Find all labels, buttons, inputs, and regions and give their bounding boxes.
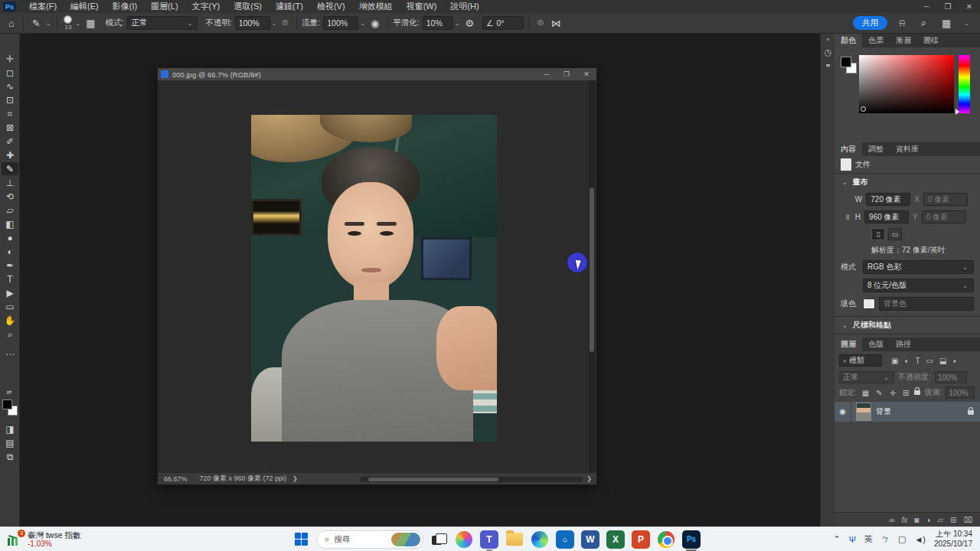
history-brush-tool[interactable]: ⟲ bbox=[2, 190, 18, 203]
chevron-down-icon[interactable]: ⌄ bbox=[74, 20, 82, 27]
brush-angle-input[interactable]: ∠ 0° bbox=[482, 16, 524, 30]
spot-healing-tool[interactable]: ✚ bbox=[2, 148, 18, 161]
foreground-color-swatch[interactable] bbox=[2, 399, 12, 409]
toggle-brush-panel-icon[interactable]: ▦ bbox=[82, 18, 99, 29]
menu-edit[interactable]: 編輯(E) bbox=[64, 0, 106, 13]
zoom-tool[interactable]: ⌕ bbox=[2, 328, 18, 341]
new-adjustment-layer-icon[interactable]: ◑ bbox=[926, 516, 930, 524]
orientation-portrait-button[interactable]: ▯ bbox=[871, 228, 885, 240]
taskbar-widget[interactable]: 3 臺灣 twse 指數 -1.03% bbox=[0, 530, 145, 549]
lock-position-icon[interactable]: ✛ bbox=[888, 389, 897, 397]
file-explorer-button[interactable] bbox=[505, 530, 524, 549]
chevron-down-icon[interactable]: ⌄ bbox=[358, 20, 367, 27]
opacity-input[interactable]: 100% bbox=[235, 16, 270, 30]
frame-tool[interactable]: ⊠ bbox=[2, 121, 18, 134]
lock-paint-icon[interactable]: ✎ bbox=[874, 389, 884, 397]
comments-icon[interactable]: ❞ bbox=[821, 60, 835, 75]
blend-mode-select[interactable]: 正常 ⌄ bbox=[127, 16, 198, 30]
layer-opacity-input[interactable]: 100% bbox=[935, 371, 967, 383]
taskbar-search[interactable]: ⌕ 搜尋 bbox=[316, 530, 423, 549]
type-tool[interactable]: T bbox=[2, 272, 18, 285]
bit-depth-select[interactable]: 8 位元/色版 ⌄ bbox=[863, 279, 974, 292]
chevron-down-icon[interactable]: ⌄ bbox=[44, 20, 53, 27]
tab-swatches[interactable]: 色票 bbox=[862, 34, 890, 47]
filter-adjustment-layers-icon[interactable]: ◐ bbox=[903, 357, 910, 365]
chrome-button[interactable] bbox=[656, 530, 676, 549]
tab-color[interactable]: 顏色 bbox=[835, 34, 862, 47]
pressure-size-icon[interactable]: ⌾ bbox=[534, 17, 547, 29]
document-canvas-area[interactable] bbox=[158, 80, 596, 473]
swap-colors-icon[interactable]: ⇄ bbox=[2, 389, 17, 398]
copilot-button[interactable] bbox=[454, 530, 474, 549]
tab-properties[interactable]: 內容 bbox=[835, 142, 862, 156]
layer-fill-input[interactable]: 100% bbox=[946, 386, 975, 399]
task-view-button[interactable] bbox=[429, 530, 449, 549]
doc-minimize-button[interactable]: ─ bbox=[537, 68, 557, 80]
doc-close-button[interactable]: ✕ bbox=[577, 68, 596, 80]
chevron-down-icon[interactable]: ⌄ bbox=[962, 20, 971, 27]
filter-pixel-layers-icon[interactable]: ▣ bbox=[890, 357, 900, 365]
menu-view[interactable]: 檢視(V) bbox=[310, 0, 352, 13]
preview-on-device-icon[interactable]: ⧉ bbox=[2, 450, 18, 463]
app-close-button[interactable]: ✕ bbox=[959, 0, 980, 13]
zoom-level[interactable]: 66.67% bbox=[158, 475, 188, 483]
brush-tool-preset-icon[interactable]: ✎ bbox=[28, 18, 44, 29]
workspace-switcher-icon[interactable]: ▦ bbox=[938, 18, 955, 29]
hidden-icons-chevron[interactable]: ⌃ bbox=[833, 534, 840, 544]
crop-tool[interactable]: ⌗ bbox=[2, 107, 18, 120]
layer-thumbnail[interactable] bbox=[856, 403, 871, 421]
layer-filter-kind-select[interactable]: ⌕ 種類 bbox=[839, 354, 882, 367]
gear-icon[interactable]: ⚙ bbox=[461, 18, 478, 29]
speaker-icon[interactable]: ◄) bbox=[914, 535, 926, 544]
hue-slider-handle[interactable] bbox=[956, 109, 959, 115]
chevron-down-icon[interactable]: ⌄ bbox=[453, 20, 462, 27]
pressure-opacity-icon[interactable]: ⌾ bbox=[279, 17, 292, 29]
menu-filter[interactable]: 濾鏡(T) bbox=[269, 0, 310, 13]
horizontal-scrollbar[interactable] bbox=[361, 477, 583, 482]
filter-toggle-icon[interactable]: ● bbox=[952, 358, 958, 364]
chevron-right-icon[interactable]: ❯ bbox=[585, 475, 593, 482]
fill-color-swatch[interactable] bbox=[863, 298, 875, 309]
smoothing-input[interactable]: 10% bbox=[423, 16, 453, 30]
layer-blend-mode-select[interactable]: 正常 ⌄ bbox=[839, 371, 894, 383]
tab-adjustments[interactable]: 調整 bbox=[862, 142, 890, 156]
layer-visibility-eye-icon[interactable]: ◉ bbox=[835, 402, 851, 422]
delete-layer-icon[interactable]: ⌧ bbox=[963, 516, 972, 524]
edit-toolbar-icon[interactable]: ⋯ bbox=[2, 347, 18, 360]
layer-effects-icon[interactable]: fx bbox=[902, 516, 908, 524]
canvas-pasteboard[interactable]: 000.jpg @ 66.7% (RGB/8#) ─ ❐ ✕ bbox=[21, 34, 820, 527]
share-button[interactable]: 共用 bbox=[853, 16, 887, 30]
lock-all-icon[interactable] bbox=[914, 390, 920, 395]
home-icon[interactable]: ⌂ bbox=[5, 18, 18, 29]
menu-layer[interactable]: 圖層(L) bbox=[144, 0, 185, 13]
hue-slider[interactable] bbox=[959, 55, 970, 113]
app-minimize-button[interactable]: ─ bbox=[916, 0, 937, 13]
panel-foreground-swatch[interactable] bbox=[841, 57, 851, 67]
color-picker-cursor[interactable] bbox=[861, 106, 866, 112]
quick-mask-button[interactable]: ◨ bbox=[2, 422, 18, 435]
menu-select[interactable]: 選取(S) bbox=[227, 0, 269, 13]
orientation-landscape-button[interactable]: ▭ bbox=[888, 228, 902, 240]
lasso-tool[interactable]: ∿ bbox=[2, 80, 18, 93]
eraser-tool[interactable]: ▱ bbox=[2, 204, 18, 217]
bell-icon[interactable]: ⍾ bbox=[895, 17, 910, 29]
version-history-icon[interactable]: ◷ bbox=[821, 44, 835, 60]
shape-tool[interactable]: ▭ bbox=[2, 300, 18, 313]
layer-lock-icon[interactable] bbox=[968, 410, 974, 415]
lock-transparent-icon[interactable]: ▦ bbox=[861, 389, 871, 397]
filter-shape-layers-icon[interactable]: ▭ bbox=[925, 357, 935, 365]
clone-stamp-tool[interactable]: ⊥ bbox=[2, 176, 18, 189]
app-restore-button[interactable]: ❐ bbox=[937, 0, 959, 13]
microphone-icon[interactable]: Ψ bbox=[849, 535, 856, 544]
hand-tool[interactable]: ✋ bbox=[2, 314, 18, 327]
add-layer-mask-icon[interactable]: ◙ bbox=[914, 516, 919, 524]
blur-tool[interactable]: ● bbox=[2, 231, 18, 244]
powerpoint-button[interactable]: P bbox=[631, 530, 651, 549]
menu-plugins[interactable]: 增效模組 bbox=[352, 0, 400, 13]
ime-language-indicator[interactable]: 英 bbox=[864, 533, 873, 545]
teams-button[interactable]: T bbox=[479, 530, 499, 549]
vertical-scrollbar-thumb[interactable] bbox=[590, 187, 594, 352]
excel-button[interactable]: X bbox=[606, 530, 626, 549]
airbrush-icon[interactable]: ◉ bbox=[367, 18, 383, 29]
tab-patterns[interactable]: 圖樣 bbox=[917, 34, 945, 47]
